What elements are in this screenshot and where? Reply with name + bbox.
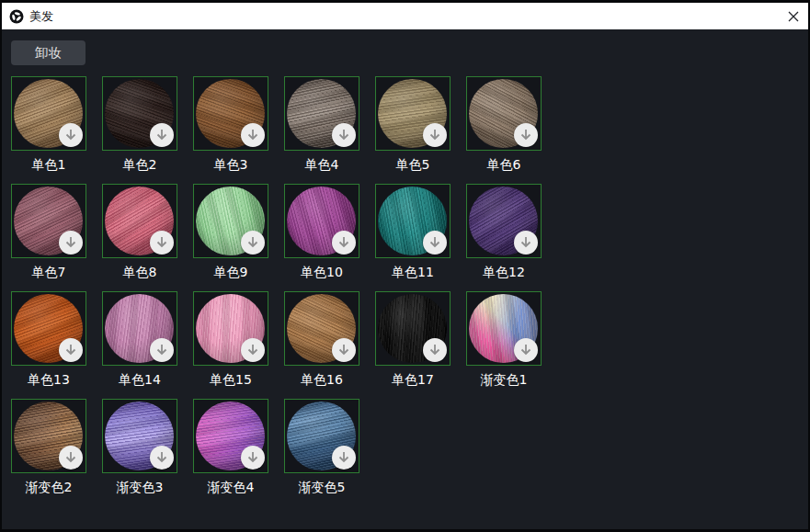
- hair-color-item[interactable]: 单色6: [466, 76, 542, 172]
- hair-color-tile[interactable]: [11, 399, 86, 473]
- download-badge[interactable]: [241, 446, 265, 470]
- hair-color-tile[interactable]: [284, 76, 359, 151]
- hair-color-tile[interactable]: [11, 184, 86, 258]
- hair-color-item[interactable]: 渐变色5: [284, 399, 359, 494]
- hair-color-item[interactable]: 渐变色2: [11, 399, 86, 494]
- download-badge[interactable]: [332, 231, 356, 255]
- download-arrow-icon: [60, 447, 82, 469]
- hair-color-label: 单色13: [11, 373, 86, 387]
- hair-color-label: 单色1: [11, 158, 86, 172]
- hair-color-item[interactable]: 渐变色3: [102, 399, 177, 494]
- hair-color-label: 单色3: [193, 158, 268, 172]
- hair-grid: 单色1 单色2 单色3: [11, 76, 557, 506]
- hair-color-label: 单色15: [193, 373, 268, 387]
- hair-color-tile[interactable]: [102, 76, 177, 151]
- download-badge[interactable]: [150, 338, 174, 362]
- download-arrow-icon: [60, 232, 82, 254]
- dialog-content: 卸妆 单色1 单色2: [2, 29, 808, 529]
- download-badge[interactable]: [59, 446, 83, 470]
- download-badge[interactable]: [59, 231, 83, 255]
- hair-color-item[interactable]: 单色10: [284, 184, 359, 279]
- hair-color-tile[interactable]: [102, 184, 177, 258]
- hair-color-item[interactable]: 单色16: [284, 291, 359, 387]
- hair-color-item[interactable]: 单色11: [375, 184, 451, 279]
- download-badge[interactable]: [423, 231, 447, 255]
- hair-color-item[interactable]: 单色12: [466, 184, 542, 279]
- download-badge[interactable]: [241, 231, 265, 255]
- hair-color-tile[interactable]: [11, 76, 86, 151]
- hair-color-item[interactable]: 单色13: [11, 291, 86, 387]
- hair-color-item[interactable]: 单色5: [375, 76, 451, 172]
- hair-color-tile[interactable]: [375, 291, 451, 366]
- hair-color-label: 单色6: [466, 158, 542, 172]
- hair-color-item[interactable]: 单色1: [11, 76, 86, 172]
- download-arrow-icon: [242, 447, 264, 469]
- download-arrow-icon: [333, 447, 355, 469]
- download-badge[interactable]: [332, 338, 356, 362]
- hair-color-item[interactable]: 渐变色4: [193, 399, 268, 494]
- hair-color-tile[interactable]: [284, 291, 359, 366]
- close-icon: [787, 10, 800, 23]
- hair-color-label: 单色7: [11, 266, 86, 279]
- hair-color-item[interactable]: 渐变色1: [466, 291, 542, 387]
- hair-color-tile[interactable]: [193, 399, 268, 473]
- download-arrow-icon: [242, 232, 264, 254]
- hair-color-label: 渐变色2: [11, 481, 86, 494]
- hair-color-label: 单色9: [193, 266, 268, 279]
- hair-color-item[interactable]: 单色17: [375, 291, 451, 387]
- download-arrow-icon: [242, 124, 264, 146]
- hair-color-item[interactable]: 单色14: [102, 291, 177, 387]
- hair-color-item[interactable]: 单色4: [284, 76, 359, 172]
- download-badge[interactable]: [59, 338, 83, 362]
- app-logo-icon: [9, 9, 24, 24]
- hair-color-tile[interactable]: [375, 76, 451, 151]
- download-badge[interactable]: [150, 446, 174, 470]
- download-arrow-icon: [424, 339, 446, 361]
- hair-color-tile[interactable]: [193, 76, 268, 151]
- hair-color-label: 单色16: [284, 373, 359, 387]
- hair-color-item[interactable]: 单色9: [193, 184, 268, 279]
- hair-color-label: 渐变色5: [284, 481, 359, 494]
- download-badge[interactable]: [241, 123, 265, 147]
- download-badge[interactable]: [332, 123, 356, 147]
- download-badge[interactable]: [332, 446, 356, 470]
- download-arrow-icon: [151, 124, 173, 146]
- download-arrow-icon: [515, 232, 537, 254]
- hair-color-tile[interactable]: [284, 399, 359, 473]
- hair-color-tile[interactable]: [375, 184, 451, 258]
- hair-color-item[interactable]: 单色15: [193, 291, 268, 387]
- close-button[interactable]: [783, 6, 804, 27]
- download-badge[interactable]: [514, 231, 538, 255]
- hair-color-label: 渐变色4: [193, 481, 268, 494]
- hair-color-tile[interactable]: [102, 399, 177, 473]
- remove-makeup-button[interactable]: 卸妆: [11, 40, 86, 65]
- hair-color-tile[interactable]: [284, 184, 359, 258]
- hair-color-tile[interactable]: [193, 184, 268, 258]
- download-badge[interactable]: [514, 123, 538, 147]
- download-badge[interactable]: [423, 338, 447, 362]
- hair-color-item[interactable]: 单色2: [102, 76, 177, 172]
- hair-color-tile[interactable]: [11, 291, 86, 366]
- download-arrow-icon: [60, 124, 82, 146]
- download-badge[interactable]: [423, 123, 447, 147]
- hair-color-item[interactable]: 单色8: [102, 184, 177, 279]
- hair-color-tile[interactable]: [466, 184, 542, 258]
- hair-color-tile[interactable]: [102, 291, 177, 366]
- download-arrow-icon: [424, 124, 446, 146]
- download-arrow-icon: [151, 339, 173, 361]
- download-badge[interactable]: [150, 231, 174, 255]
- download-badge[interactable]: [59, 123, 83, 147]
- hair-color-item[interactable]: 单色3: [193, 76, 268, 172]
- download-badge[interactable]: [514, 338, 538, 362]
- hair-color-tile[interactable]: [466, 291, 542, 366]
- hair-color-item[interactable]: 单色7: [11, 184, 86, 279]
- hair-color-tile[interactable]: [466, 76, 542, 151]
- dialog-title: 美发: [29, 8, 53, 25]
- hair-color-label: 单色5: [375, 158, 451, 172]
- download-arrow-icon: [333, 339, 355, 361]
- hair-color-tile[interactable]: [193, 291, 268, 366]
- dialog-window: 美发 卸妆 单色1: [2, 3, 808, 529]
- download-badge[interactable]: [150, 123, 174, 147]
- download-badge[interactable]: [241, 338, 265, 362]
- download-arrow-icon: [515, 124, 537, 146]
